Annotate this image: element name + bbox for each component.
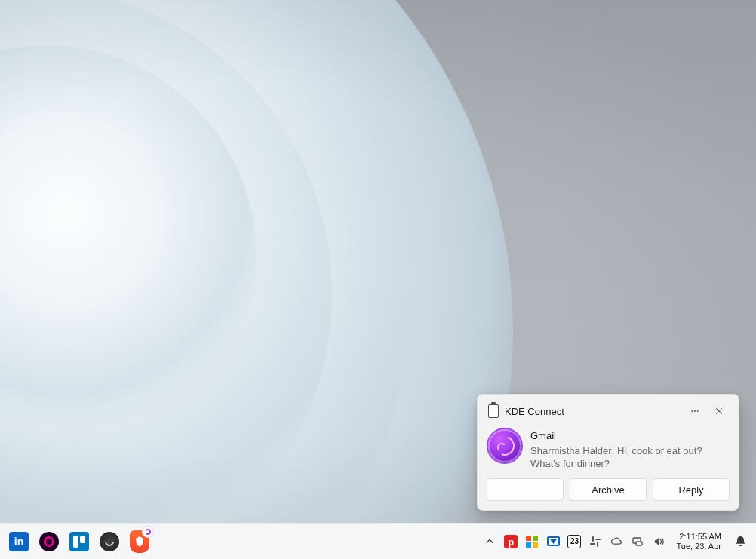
svg-rect-4 [636,542,642,545]
svg-point-0 [691,410,693,412]
notification-close-button[interactable] [710,402,728,420]
tray-slack-icon[interactable] [587,533,604,550]
taskbar-opera-gx-icon[interactable] [36,529,62,554]
clock-time: 2:11:55 AM [676,532,721,542]
cloud-icon [610,536,622,548]
ms-store-glyph-icon [526,536,538,548]
notification-action-1[interactable] [487,478,564,501]
mail-glyph-icon [547,536,560,546]
taskbar-linkedin-icon[interactable]: in [6,529,32,554]
bell-icon [735,536,746,548]
tray-overflow-button[interactable] [481,533,498,550]
tray-network-icon[interactable] [629,533,646,550]
taskbar-right: p 23 [481,532,750,551]
brave-update-badge-icon [142,526,154,538]
speaker-icon [653,536,665,548]
svg-point-1 [694,410,696,412]
trello-glyph-icon [69,532,89,551]
taskbar: in p [0,523,756,559]
linkedin-glyph: in [14,536,23,548]
close-icon [715,407,724,416]
notification-app-name: KDE Connect [505,406,564,417]
monitor-network-icon [632,536,644,548]
tray-ms-store-icon[interactable] [524,533,540,550]
taskbar-trello-icon[interactable] [66,529,92,554]
notification-message: Sharmistha Halder: Hi, cook or eat out? … [530,444,728,471]
tray-onedrive-icon[interactable] [608,533,625,550]
taskbar-obs-icon[interactable] [97,529,122,554]
svg-point-2 [697,410,699,412]
archive-button[interactable]: Archive [570,478,647,501]
notification-title: Gmail [530,429,728,443]
clock-date: Tue, 23, Apr [676,542,721,551]
tray-volume-icon[interactable] [650,533,667,550]
obs-ring-icon [103,535,116,548]
notification-actions: Archive Reply [478,478,739,501]
brave-lion-icon [134,536,145,548]
tray-p-icon[interactable]: p [502,533,519,550]
ellipsis-icon [690,407,699,416]
opera-gx-ring-icon [44,536,54,547]
reply-button[interactable]: Reply [653,478,730,501]
notification-header: KDE Connect [478,395,739,426]
system-tray: p 23 [481,533,667,550]
notification-more-button[interactable] [686,402,704,420]
chevron-up-icon [484,536,495,547]
taskbar-clock[interactable]: 2:11:55 AM Tue, 23, Apr [671,532,726,551]
calendar-glyph: 23 [567,535,581,548]
taskbar-brave-icon[interactable] [127,529,152,554]
taskbar-pinned-apps: in [6,529,152,554]
tray-calendar-icon[interactable]: 23 [566,533,582,550]
slack-glyph-icon [589,536,601,548]
notification-text: Gmail Sharmistha Halder: Hi, cook or eat… [530,429,728,471]
kde-connect-icon [488,404,499,418]
p-glyph: p [504,535,518,548]
sender-avatar [488,429,521,462]
notification-body: Gmail Sharmistha Halder: Hi, cook or eat… [478,426,739,478]
tray-mail-icon[interactable] [545,533,561,550]
notification-toast: KDE Connect Gmail Sharmistha Halder: Hi,… [477,394,739,511]
notification-center-button[interactable] [730,532,750,551]
